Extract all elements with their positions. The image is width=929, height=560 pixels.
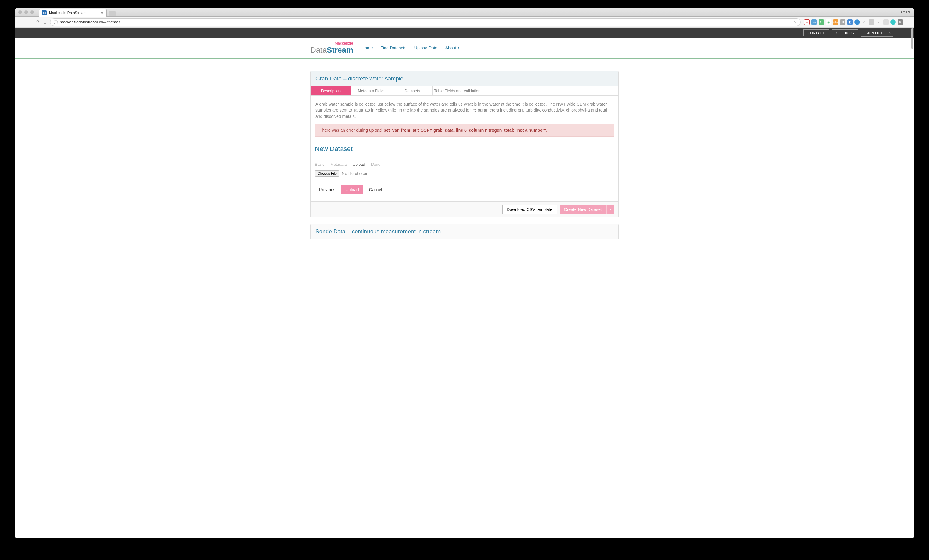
new-dataset-heading: New Dataset: [315, 145, 419, 153]
nav-upload-data[interactable]: Upload Data: [414, 46, 419, 50]
tab-title: Mackenzie DataStream: [49, 11, 86, 15]
browser-tab[interactable]: DS Mackenzie DataStream ×: [38, 9, 107, 17]
cancel-button[interactable]: Cancel: [365, 185, 386, 194]
crumb-basic: Basic: [315, 162, 324, 167]
panel-tabs: Description Metadata Fields Datasets Tab…: [311, 86, 419, 96]
error-prefix: There was an error during upload,: [320, 128, 384, 133]
site-navbar: Mackenzie DataStream Home Find Datasets …: [15, 38, 419, 59]
traffic-lights: [18, 11, 34, 14]
tab-description[interactable]: Description: [311, 86, 351, 95]
crumb-metadata: Metadata: [330, 162, 346, 167]
upload-error-alert: There was an error during upload, set_va…: [315, 124, 419, 137]
crumb-upload: Upload: [353, 162, 365, 167]
maximize-window-icon[interactable]: [30, 11, 34, 14]
forward-icon: →: [27, 19, 33, 25]
divider: [315, 157, 419, 158]
reload-icon[interactable]: ⟳: [36, 19, 40, 25]
panel-grab-data: Grab Data – discrete water sample Descri…: [310, 71, 419, 217]
upload-button[interactable]: Upload: [341, 185, 363, 194]
no-file-label: No file chosen: [342, 171, 368, 176]
site-topbar: CONTACT SETTINGS SIGN OUT ›: [15, 28, 419, 38]
logo-text-data: Data: [310, 46, 327, 54]
nav-links: Home Find Datasets Upload Data About ▼: [362, 46, 419, 50]
tab-metadata-fields[interactable]: Metadata Fields: [351, 86, 392, 95]
nav-home[interactable]: Home: [362, 46, 373, 50]
error-detail: set_var_from_str: COPY grab_data, line 6…: [384, 128, 419, 133]
main-content: Grab Data – discrete water sample Descri…: [310, 59, 419, 239]
nav-find-datasets[interactable]: Find Datasets: [380, 46, 406, 50]
address-bar[interactable]: i mackenziedatastream.ca/#/themes ☆: [50, 18, 419, 26]
tab-datasets[interactable]: Datasets: [392, 86, 419, 95]
favicon-icon: DS: [42, 11, 47, 15]
minimize-window-icon[interactable]: [24, 11, 28, 14]
panel-body: A grab water sample is collected just be…: [311, 96, 419, 201]
home-icon[interactable]: ⌂: [44, 20, 46, 24]
crumb-done: Done: [371, 162, 380, 167]
browser-window: DS Mackenzie DataStream × Tamara ← → ⟳ ⌂…: [15, 8, 419, 253]
url-text: mackenziedatastream.ca/#/themes: [60, 20, 120, 24]
titlebar: DS Mackenzie DataStream × Tamara: [15, 8, 419, 17]
wizard-breadcrumb: Basic — Metadata — Upload — Done: [315, 162, 419, 167]
panel-sonde-data-title: Sonde Data – continuous measurement in s…: [310, 224, 419, 239]
logo[interactable]: Mackenzie DataStream: [310, 41, 353, 55]
previous-button[interactable]: Previous: [315, 185, 339, 194]
close-tab-icon[interactable]: ×: [101, 11, 103, 15]
site-info-icon[interactable]: i: [54, 20, 58, 24]
description-text: A grab water sample is collected just be…: [315, 101, 419, 119]
panel-footer: Download CSV template Create New Dataset…: [311, 201, 419, 217]
file-input-row: Choose File No file chosen: [315, 170, 419, 177]
new-tab-button[interactable]: [109, 11, 115, 17]
close-window-icon[interactable]: [18, 11, 22, 14]
choose-file-button[interactable]: Choose File: [315, 170, 339, 177]
back-icon[interactable]: ←: [18, 19, 24, 25]
browser-toolbar: ← → ⟳ ⌂ i mackenziedatastream.ca/#/theme…: [15, 17, 419, 28]
wizard-buttons: Previous Upload Cancel: [315, 185, 419, 194]
page-viewport: CONTACT SETTINGS SIGN OUT › Mackenzie Da…: [15, 28, 419, 253]
logo-subtitle: Mackenzie: [334, 41, 353, 46]
panel-title: Grab Data – discrete water sample: [311, 72, 419, 86]
logo-text-stream: Stream: [327, 46, 353, 54]
